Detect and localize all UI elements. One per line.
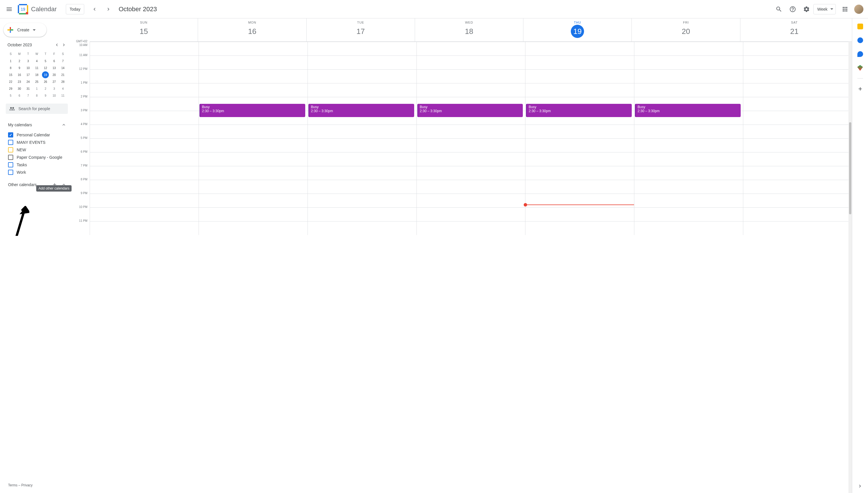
- terms-link[interactable]: Terms: [8, 483, 18, 487]
- day-column[interactable]: [90, 42, 199, 235]
- mini-day[interactable]: 2: [41, 85, 50, 92]
- mini-day[interactable]: 23: [15, 78, 24, 85]
- mini-day[interactable]: 26: [41, 78, 50, 85]
- calendar-item[interactable]: Personal Calendar: [2, 131, 71, 138]
- account-avatar[interactable]: [854, 5, 863, 14]
- calendar-item[interactable]: MANY EVENTS: [2, 138, 71, 146]
- mini-day[interactable]: 11: [59, 92, 67, 99]
- day-header[interactable]: MON16: [198, 18, 306, 41]
- day-header[interactable]: FRI20: [632, 18, 740, 41]
- mini-day[interactable]: 30: [15, 85, 24, 92]
- calendar-item[interactable]: NEW: [2, 146, 71, 154]
- get-addons-button[interactable]: [854, 83, 866, 94]
- calendar-checkbox[interactable]: [8, 155, 13, 160]
- mini-day[interactable]: 9: [15, 64, 24, 71]
- search-button[interactable]: [772, 2, 786, 16]
- mini-day[interactable]: 12: [41, 64, 50, 71]
- view-select[interactable]: Week: [814, 4, 836, 14]
- mini-day[interactable]: 1: [6, 58, 15, 64]
- calendar-event[interactable]: Busy2:30 – 3:30pm: [417, 104, 523, 117]
- mini-day[interactable]: 5: [41, 58, 50, 64]
- day-column[interactable]: Busy2:30 – 3:30pm: [525, 42, 634, 235]
- keep-button[interactable]: [854, 21, 866, 32]
- expand-panel-button[interactable]: [855, 481, 865, 491]
- apps-button[interactable]: [838, 2, 852, 16]
- mini-day[interactable]: 13: [50, 64, 58, 71]
- day-column[interactable]: Busy2:30 – 3:30pm: [634, 42, 743, 235]
- privacy-link[interactable]: Privacy: [21, 483, 32, 487]
- day-header[interactable]: SAT21: [740, 18, 848, 41]
- maps-button[interactable]: [854, 62, 866, 73]
- mini-day[interactable]: 3: [50, 85, 58, 92]
- mini-day[interactable]: 4: [59, 85, 67, 92]
- mini-day[interactable]: 11: [32, 64, 41, 71]
- mini-day[interactable]: 8: [6, 64, 15, 71]
- day-header[interactable]: TUE17: [306, 18, 415, 41]
- mini-day[interactable]: 3: [24, 58, 32, 64]
- calendar-checkbox[interactable]: [8, 147, 13, 152]
- mini-day[interactable]: 7: [24, 92, 32, 99]
- mini-day[interactable]: 4: [32, 58, 41, 64]
- mini-day[interactable]: 28: [59, 78, 67, 85]
- calendar-event[interactable]: Busy2:30 – 3:30pm: [526, 104, 632, 117]
- create-button[interactable]: Create: [3, 23, 47, 37]
- tasks-button[interactable]: [854, 35, 866, 46]
- mini-day[interactable]: 24: [24, 78, 32, 85]
- mini-day[interactable]: 6: [50, 58, 58, 64]
- mini-day[interactable]: 9: [41, 92, 50, 99]
- day-column[interactable]: [743, 42, 852, 235]
- mini-day[interactable]: 6: [15, 92, 24, 99]
- mini-day[interactable]: 8: [32, 92, 41, 99]
- mini-day[interactable]: 14: [59, 64, 67, 71]
- scrollbar[interactable]: [848, 42, 852, 493]
- mini-day[interactable]: 29: [6, 85, 15, 92]
- collapse-my-cal-button[interactable]: [60, 121, 68, 129]
- day-column[interactable]: Busy2:30 – 3:30pm: [199, 42, 307, 235]
- mini-day[interactable]: 17: [24, 71, 32, 78]
- mini-day[interactable]: 15: [6, 71, 15, 78]
- calendar-event[interactable]: Busy2:30 – 3:30pm: [309, 104, 414, 117]
- day-header[interactable]: THU19: [523, 18, 632, 41]
- mini-day[interactable]: 10: [24, 64, 32, 71]
- mini-day[interactable]: 1: [32, 85, 41, 92]
- calendar-checkbox[interactable]: [8, 162, 13, 167]
- mini-day[interactable]: 21: [59, 71, 67, 78]
- menu-button[interactable]: [2, 2, 16, 16]
- mini-prev-button[interactable]: [53, 41, 60, 48]
- calendar-checkbox[interactable]: [8, 140, 13, 145]
- mini-next-button[interactable]: [60, 41, 67, 48]
- my-calendars-header[interactable]: My calendars: [2, 119, 71, 131]
- day-column[interactable]: Busy2:30 – 3:30pm: [416, 42, 525, 235]
- mini-day[interactable]: 27: [50, 78, 58, 85]
- contacts-button[interactable]: [854, 48, 866, 60]
- mini-day[interactable]: 25: [32, 78, 41, 85]
- calendar-checkbox[interactable]: [8, 170, 13, 175]
- calendar-item[interactable]: Paper Company - Google: [2, 154, 71, 161]
- mini-day[interactable]: 19: [41, 71, 50, 78]
- next-period-button[interactable]: [101, 2, 115, 16]
- calendar-item[interactable]: Work: [2, 169, 71, 176]
- mini-day[interactable]: 16: [15, 71, 24, 78]
- day-column[interactable]: Busy2:30 – 3:30pm: [307, 42, 416, 235]
- mini-day[interactable]: 2: [15, 58, 24, 64]
- day-header[interactable]: WED18: [415, 18, 523, 41]
- prev-period-button[interactable]: [88, 2, 101, 16]
- mini-day[interactable]: 20: [50, 71, 58, 78]
- calendar-event[interactable]: Busy2:30 – 3:30pm: [635, 104, 741, 117]
- mini-day[interactable]: 22: [6, 78, 15, 85]
- help-button[interactable]: [786, 2, 800, 16]
- day-header[interactable]: SUN15: [90, 18, 198, 41]
- mini-day[interactable]: 5: [6, 92, 15, 99]
- contacts-icon: [858, 51, 863, 57]
- mini-day[interactable]: 18: [32, 71, 41, 78]
- mini-day[interactable]: 10: [50, 92, 58, 99]
- today-button[interactable]: Today: [66, 4, 84, 14]
- mini-day[interactable]: 31: [24, 85, 32, 92]
- search-people-input[interactable]: Search for people: [6, 104, 68, 114]
- calendar-item[interactable]: Tasks: [2, 161, 71, 169]
- settings-button[interactable]: [800, 2, 814, 16]
- calendar-event[interactable]: Busy2:30 – 3:30pm: [200, 104, 305, 117]
- mini-day[interactable]: 7: [59, 58, 67, 64]
- time-label: 7 PM: [81, 164, 87, 167]
- calendar-checkbox[interactable]: [8, 132, 13, 137]
